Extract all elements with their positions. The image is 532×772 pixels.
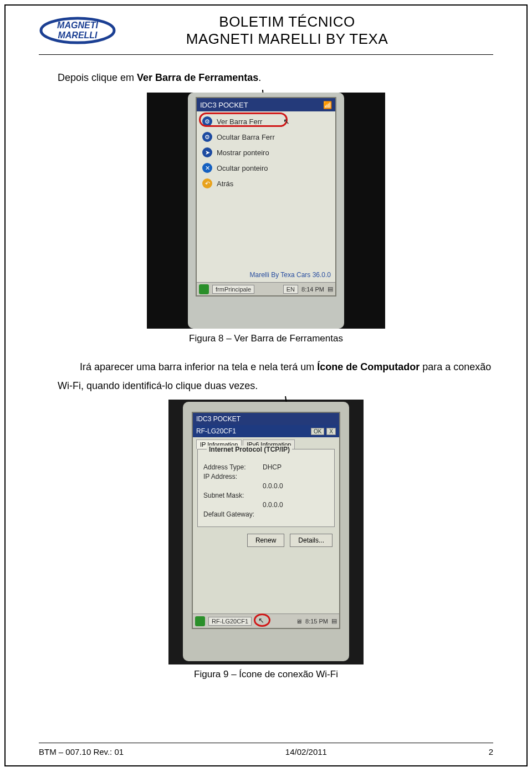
- x-icon: ✕: [202, 163, 212, 173]
- taskbar-app-2[interactable]: RF-LG20CF1: [208, 617, 252, 626]
- menu-label-3: Ocultar ponteiro: [217, 164, 268, 172]
- cursor-icon: ↖: [283, 117, 290, 126]
- paragraph-1: Depois clique em Ver Barra de Ferramenta…: [58, 70, 493, 85]
- p2-post: para a conexão: [420, 361, 491, 372]
- footer-right: 2: [489, 747, 493, 756]
- screen1-titlebar: IDC3 POCKET 📶: [197, 98, 335, 111]
- screen1-brand: Marelli By Texa Cars 36.0.0: [249, 271, 331, 279]
- renew-button[interactable]: Renew: [247, 534, 284, 547]
- figure-8-photo: IDC3 POCKET 📶 ↖ ⚙Ver Barra Ferr ⚙Ocultar…: [147, 93, 385, 329]
- screen1-title: IDC3 POCKET: [200, 101, 248, 109]
- pda-device-1: IDC3 POCKET 📶 ↖ ⚙Ver Barra Ferr ⚙Ocultar…: [188, 93, 344, 329]
- screen2-subtitle-text: RF-LG20CF1: [196, 427, 236, 435]
- footer-left: BTM – 007.10 Rev.: 01: [39, 747, 124, 756]
- gear-icon: ⚙: [202, 132, 212, 142]
- pda-screen-1: IDC3 POCKET 📶 ↖ ⚙Ver Barra Ferr ⚙Ocultar…: [196, 97, 336, 296]
- row-gateway: Default Gateway:: [203, 510, 329, 518]
- red-highlight-ring-1: [199, 113, 288, 127]
- para1-bold: Ver Barra de Ferramentas: [137, 72, 258, 83]
- paragraph-2-line2: Wi-Fi, quando identificá-lo clique duas …: [58, 379, 493, 393]
- computer-icon[interactable]: 🖥: [296, 618, 302, 625]
- footer-center: 14/02/2011: [285, 747, 327, 756]
- start-icon[interactable]: [199, 284, 209, 294]
- close-button[interactable]: X: [326, 428, 336, 435]
- taskbar-tray-icon[interactable]: ▤: [328, 285, 333, 293]
- p2-pre: Irá aparecer uma barra inferior na tela …: [80, 361, 317, 372]
- para1-post: .: [258, 72, 261, 83]
- pointer-icon: ➤: [202, 147, 212, 157]
- details-button[interactable]: Details...: [290, 534, 332, 547]
- taskbar-time-2: 8:15 PM: [305, 618, 328, 625]
- screen2-titlebar: IDC3 POCKET: [193, 413, 339, 425]
- panel-legend: Internet Protocol (TCP/IP): [207, 446, 292, 453]
- pda-device-2: IDC3 POCKET RF-LG20CF1 OK X IP Informati…: [183, 402, 349, 661]
- row-ip-address: IP Address:: [203, 473, 329, 480]
- taskbar-time-1: 8:14 PM: [301, 286, 324, 293]
- menu-item-ocultar-barra[interactable]: ⚙Ocultar Barra Ferr: [201, 129, 331, 145]
- back-icon: ↶: [202, 178, 212, 188]
- header-divider: [39, 54, 493, 55]
- taskbar-app-1[interactable]: frmPrincipale: [212, 285, 254, 294]
- menu-item-ocultar-ponteiro[interactable]: ✕Ocultar ponteiro: [201, 160, 331, 176]
- row-address-type: Address Type:DHCP: [203, 463, 329, 471]
- footer-divider: [39, 743, 493, 743]
- p2-bold: Ícone de Computador: [317, 361, 420, 372]
- taskbar-lang[interactable]: EN: [283, 285, 298, 294]
- screen2-subtitle: RF-LG20CF1 OK X: [193, 425, 339, 437]
- figure-9-caption: Figura 9 – Ícone de conexão Wi-Fi: [39, 669, 493, 680]
- paragraph-2-line1: Irá aparecer uma barra inferior na tela …: [80, 360, 493, 374]
- page: MAGNETI MARELLI BOLETIM TÉCNICO MAGNETI …: [4, 4, 528, 766]
- figure-9-photo: IDC3 POCKET RF-LG20CF1 OK X IP Informati…: [168, 400, 364, 664]
- doc-title-1: BOLETIM TÉCNICO: [81, 13, 493, 30]
- figure-8-caption: Figura 8 – Ver Barra de Ferramentas: [39, 333, 493, 344]
- footer: BTM – 007.10 Rev.: 01 14/02/2011 2: [39, 747, 493, 756]
- panel-buttons: Renew Details...: [193, 527, 339, 547]
- menu-label-1: Ocultar Barra Ferr: [217, 133, 275, 141]
- taskbar-tray-icon[interactable]: ▤: [331, 617, 337, 625]
- title-block: BOLETIM TÉCNICO MAGNETI MARELLI BY TEXA: [81, 13, 493, 48]
- menu-item-mostrar-ponteiro[interactable]: ➤Mostrar ponteiro: [201, 145, 331, 160]
- ip-panel: Internet Protocol (TCP/IP) Address Type:…: [197, 449, 335, 527]
- ok-button[interactable]: OK: [311, 428, 324, 435]
- pda-screen-2: IDC3 POCKET RF-LG20CF1 OK X IP Informati…: [192, 412, 340, 629]
- cursor-icon: ↖: [258, 616, 264, 625]
- menu-label-2: Mostrar ponteiro: [217, 149, 269, 157]
- start-icon[interactable]: [195, 616, 205, 626]
- menu-label-4: Atrás: [217, 180, 233, 188]
- signal-icon: 📶: [323, 101, 332, 109]
- row-ip-value: 0.0.0.0: [203, 482, 329, 490]
- row-subnet: Subnet Mask:: [203, 492, 329, 499]
- screen1-taskbar: frmPrincipale EN 8:14 PM ▤: [197, 282, 335, 295]
- row-subnet-value: 0.0.0.0: [203, 501, 329, 509]
- para1-pre: Depois clique em: [58, 72, 137, 83]
- doc-title-2: MAGNETI MARELLI BY TEXA: [81, 30, 493, 48]
- menu-item-atras[interactable]: ↶Atrás: [201, 176, 331, 191]
- header: MAGNETI MARELLI BOLETIM TÉCNICO MAGNETI …: [39, 13, 493, 53]
